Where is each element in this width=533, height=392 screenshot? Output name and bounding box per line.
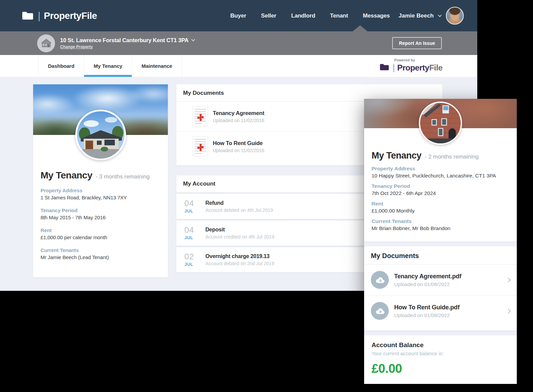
folder-icon <box>379 63 389 72</box>
main-nav: Buyer Seller Landlord Tenant Messages <box>230 12 390 19</box>
nav-item-landlord[interactable]: Landlord <box>291 12 315 19</box>
report-issue-button[interactable]: Report An Issue <box>392 37 442 49</box>
tenancy-title: My Tenancy <box>41 170 92 181</box>
cloud-download-icon <box>371 302 389 320</box>
user-avatar[interactable] <box>446 7 464 25</box>
nav-item-tenant[interactable]: Tenant <box>330 12 348 19</box>
account-balance-card: Account Balance Your current account bal… <box>364 335 517 384</box>
document-name: Tenancy Agreement.pdf <box>394 273 461 280</box>
tab-my-tenancy[interactable]: My Tenancy <box>84 55 132 77</box>
chevron-right-icon <box>506 308 511 313</box>
chevron-down-icon <box>438 13 441 17</box>
overlay-tenancy-card: My Tenancy - 2 months remaining Property… <box>364 99 517 242</box>
cloud-download-icon <box>371 271 389 289</box>
property-info: 10 St. Lawrence Forstal Canterbury Kent … <box>60 37 195 50</box>
balance-subtitle: Your current account balance is: <box>372 351 509 356</box>
chevron-right-icon <box>506 277 511 282</box>
brand-name: PropertyFile <box>44 10 97 21</box>
powered-by-label: Powered by <box>394 58 442 62</box>
tenancy-title: My Tenancy <box>372 150 422 161</box>
document-name: How To Rent Guide.pdf <box>394 304 459 311</box>
user-name: Jamie Beech <box>399 12 434 19</box>
change-property-link[interactable]: Change Property <box>60 45 93 49</box>
brand-logo[interactable]: | PropertyFile <box>22 10 97 22</box>
transaction-name: Deposit <box>205 227 274 233</box>
tenancy-profile-card: My Tenancy - 3 months remaining Property… <box>33 84 168 277</box>
tenancy-remaining: - 2 months remaining <box>425 153 479 160</box>
field-property-address: Property Address 10 Happy Street, Puckle… <box>372 166 509 179</box>
field-current-tenants: Current Tenants Mr Jamie Beech (Lead Ten… <box>41 247 160 260</box>
document-row[interactable]: How To Rent Guide.pdf Uploaded on 01/08/… <box>364 295 517 326</box>
transaction-meta: Account credited on 4th Jul 2019 <box>205 234 274 240</box>
transaction-date: 04 JUL <box>184 199 201 214</box>
pointer-triangle <box>353 25 367 31</box>
chevron-down-icon <box>191 37 195 41</box>
field-tenancy-period: Tenancy Period 8th May 2015 - 7th May 20… <box>41 207 160 220</box>
field-property-address: Property Address 1 St James Road, Brackl… <box>41 188 160 200</box>
property-address-dropdown[interactable]: 10 St. Lawrence Forstal Canterbury Kent … <box>60 37 195 44</box>
transaction-date: 02 JUL <box>184 253 201 267</box>
property-avatar <box>37 34 55 52</box>
overlay-documents-card: My Documents Tenancy Agreement.pdf Uploa… <box>364 246 517 331</box>
document-name: How To Rent Guide <box>213 140 264 146</box>
document-meta: Uploaded on 01/08/2022 <box>394 281 461 287</box>
property-bar: 10 St. Lawrence Forstal Canterbury Kent … <box>0 31 477 55</box>
stage: | PropertyFile Buyer Seller Landlord Ten… <box>0 0 533 392</box>
nav-item-buyer[interactable]: Buyer <box>230 12 246 19</box>
powered-by-logo: Powered by | PropertyFile <box>379 58 442 73</box>
tabs: Dashboard My Tenancy Maintenance <box>38 55 182 77</box>
transaction-meta: Account debited on 2nd Jul 2019 <box>205 261 274 266</box>
balance-amount: £0.00 <box>372 362 509 376</box>
property-photo <box>419 102 462 145</box>
document-name: Tenancy Agreement <box>213 110 264 116</box>
brand-divider: | <box>392 62 395 73</box>
pdf-file-icon <box>193 106 208 127</box>
house-icon <box>41 37 52 49</box>
folder-icon <box>22 11 34 20</box>
field-rent: Rent £1,000.00 per calendar month <box>41 227 160 240</box>
tab-bar: Dashboard My Tenancy Maintenance Powered… <box>0 55 477 77</box>
documents-card-title: My Documents <box>364 246 517 264</box>
field-rent: Rent £1,000.00 Monthly <box>372 201 509 214</box>
document-meta: Uploaded on 01/08/2022 <box>394 312 459 318</box>
field-tenancy-period: Tenancy Period 7th Oct 2022 - 6th Apr 20… <box>372 183 509 196</box>
transaction-meta: Account debited on 4th Jul 2019 <box>205 207 273 213</box>
brand-divider: | <box>38 10 41 22</box>
transaction-name: Overnight charge 2019.13 <box>205 253 274 259</box>
document-meta: Uploaded on 11/02/2016 <box>213 118 264 123</box>
document-meta: Uploaded on 11/02/2016 <box>213 148 264 153</box>
transaction-name: Refund <box>205 200 273 206</box>
user-menu[interactable]: Jamie Beech <box>399 7 464 25</box>
tab-maintenance[interactable]: Maintenance <box>132 55 182 77</box>
property-photo <box>75 110 126 160</box>
powered-brand-name: PropertyFile <box>397 63 442 73</box>
nav-item-messages[interactable]: Messages <box>363 12 390 19</box>
transaction-date: 04 JUL <box>184 226 201 240</box>
tab-dashboard[interactable]: Dashboard <box>38 55 84 77</box>
mobile-overlay-panel: My Tenancy - 2 months remaining Property… <box>364 99 517 384</box>
tenancy-remaining: - 3 months remaining <box>96 173 150 180</box>
document-row[interactable]: Tenancy Agreement.pdf Uploaded on 01/08/… <box>364 264 517 295</box>
field-current-tenants: Current Tenants Mr Brian Bobner, Mr Bob … <box>372 218 509 231</box>
property-address-text: 10 St. Lawrence Forstal Canterbury Kent … <box>60 37 188 44</box>
pdf-file-icon <box>193 136 208 157</box>
nav-item-seller[interactable]: Seller <box>261 12 276 19</box>
top-navbar: | PropertyFile Buyer Seller Landlord Ten… <box>0 0 477 31</box>
balance-title: Account Balance <box>372 341 509 349</box>
